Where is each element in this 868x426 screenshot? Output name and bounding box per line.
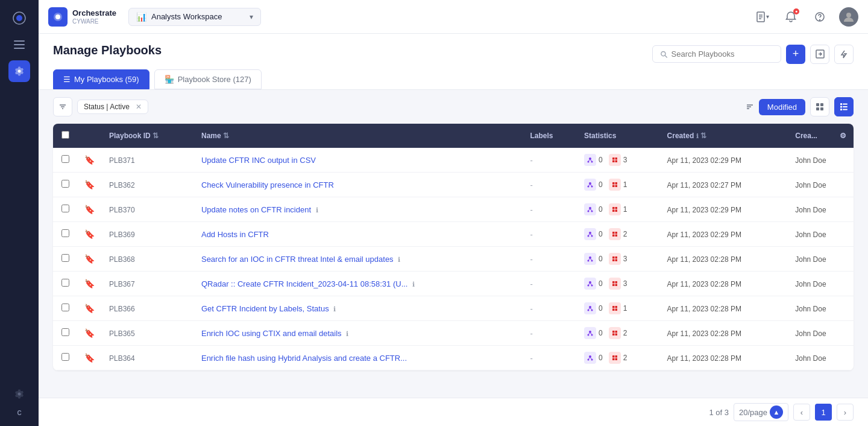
svg-point-89	[587, 310, 589, 311]
prev-page-button[interactable]: ‹	[793, 404, 810, 421]
row-name-cell: Enrich IOC using CTIX and email details …	[194, 321, 523, 346]
svg-point-88	[589, 306, 591, 308]
svg-point-97	[589, 331, 591, 333]
bookmark-icon[interactable]: 🔖	[84, 180, 95, 189]
bookmark-icon[interactable]: 🔖	[84, 155, 95, 165]
search-box[interactable]	[652, 45, 781, 63]
svg-rect-95	[612, 309, 615, 311]
grid-view-button[interactable]	[810, 97, 829, 116]
col-created[interactable]: Created ℹ ⇅	[660, 124, 788, 148]
svg-rect-105	[615, 334, 617, 336]
svg-rect-76	[615, 256, 617, 259]
info-icon[interactable]: ℹ	[316, 206, 318, 214]
row-checkbox[interactable]	[61, 353, 69, 361]
my-playbooks-tab-icon: ☰	[63, 75, 71, 84]
row-checkbox[interactable]	[61, 279, 69, 287]
per-page-selector[interactable]: 20/page ▲	[734, 403, 788, 421]
row-checkbox[interactable]	[61, 155, 69, 163]
row-name-cell: Check Vulnerability presence in CFTR	[194, 173, 523, 197]
creator-name: John Doe	[795, 354, 826, 363]
workspace-selector[interactable]: 📊 Analysts Workspace ▾	[128, 8, 261, 26]
row-name-cell: Add Hosts in CFTR	[194, 222, 523, 247]
status-filter-chip[interactable]: Status | Active ✕	[77, 100, 148, 114]
current-page-number[interactable]: 1	[815, 404, 832, 421]
playbook-link[interactable]: Check Vulnerability presence in CFTR	[201, 180, 334, 189]
playbook-id: PLB365	[109, 329, 135, 338]
info-icon[interactable]: ℹ	[346, 330, 348, 337]
playbook-link[interactable]: Search for an IOC in CFTR threat Intel &…	[201, 255, 394, 264]
info-icon[interactable]: ℹ	[398, 256, 400, 263]
sort-modified-button[interactable]: Modified	[759, 99, 805, 115]
pagination-bar: 1 of 3 20/page ▲ ‹ 1 ›	[39, 398, 868, 426]
stat-tasks: 2	[609, 228, 627, 240]
bookmark-icon[interactable]: 🔖	[84, 254, 95, 264]
bookmark-icon[interactable]: 🔖	[84, 229, 95, 239]
filter-chip-label: Status | Active	[84, 103, 130, 111]
logo-text-area: Orchestrate CYWARE	[72, 8, 116, 25]
sidebar-settings-icon[interactable]	[8, 60, 30, 82]
row-checkbox-cell	[53, 173, 77, 197]
labels-value: -	[530, 255, 533, 264]
col-name[interactable]: Name ⇅	[194, 124, 523, 148]
playbook-id: PLB369	[109, 230, 135, 239]
select-all-checkbox[interactable]	[61, 131, 69, 139]
playbook-link[interactable]: Update notes on CFTR incident	[201, 205, 311, 214]
sort-control[interactable]	[746, 103, 754, 111]
row-labels-cell: -	[523, 197, 577, 222]
bookmark-icon[interactable]: 🔖	[84, 353, 95, 363]
toolbar-right: Modified	[746, 97, 854, 116]
bookmark-icon[interactable]: 🔖	[84, 205, 95, 214]
row-statistics-cell: 0 3	[577, 247, 660, 272]
svg-rect-50	[612, 185, 615, 188]
playbooks-table-container: Playbook ID ⇅ Name ⇅ Labels Statistics C…	[39, 124, 868, 398]
playbook-link[interactable]: Get CFTR Incident by Labels, Status	[201, 304, 329, 313]
row-checkbox[interactable]	[61, 304, 69, 311]
user-avatar[interactable]	[839, 7, 858, 27]
tab-my-playbooks[interactable]: ☰ My Playbooks (59)	[53, 69, 149, 89]
svg-rect-26	[816, 107, 819, 110]
col-playbook-id[interactable]: Playbook ID ⇅	[102, 124, 194, 148]
svg-point-108	[591, 359, 593, 361]
lightning-button[interactable]	[834, 45, 854, 64]
help-icon[interactable]	[810, 7, 829, 27]
playbook-link[interactable]: Add Hosts in CFTR	[201, 230, 269, 239]
sidebar-gear-bottom-icon[interactable]	[8, 383, 30, 405]
row-checkbox[interactable]	[61, 180, 69, 188]
svg-point-79	[589, 281, 591, 284]
scroll-up-button[interactable]: ▲	[770, 405, 783, 419]
info-icon[interactable]: ℹ	[412, 281, 415, 288]
row-labels-cell: -	[523, 321, 577, 346]
filter-chip-close-icon[interactable]: ✕	[136, 103, 142, 111]
export-button[interactable]	[810, 45, 829, 64]
row-checkbox[interactable]	[61, 328, 69, 336]
svg-line-74	[590, 259, 592, 260]
row-checkbox[interactable]	[61, 229, 69, 237]
filter-button[interactable]	[53, 97, 72, 116]
add-playbook-button[interactable]: +	[786, 45, 805, 64]
playbook-link[interactable]: QRadar :: Create CFTR Incident_2023-04-1…	[201, 279, 408, 288]
playbook-link[interactable]: Enrich file hash using Hybrid Analysis a…	[201, 354, 407, 363]
playbook-link[interactable]: Enrich IOC using CTIX and email details	[201, 329, 342, 338]
bookmark-icon[interactable]: 🔖	[84, 279, 95, 288]
main-content: Orchestrate CYWARE 📊 Analysts Workspace …	[39, 0, 868, 426]
per-page-value: 20/page	[739, 408, 767, 417]
list-view-button[interactable]	[834, 97, 854, 116]
document-icon[interactable]: ▾	[752, 7, 772, 27]
notifications-icon[interactable]: ●	[781, 7, 800, 27]
tab-playbook-store[interactable]: 🏪 Playbook Store (127)	[154, 69, 262, 89]
sidebar-menu-icon[interactable]	[8, 34, 30, 56]
search-input[interactable]	[671, 49, 773, 59]
info-icon[interactable]: ℹ	[333, 305, 336, 313]
next-page-button[interactable]: ›	[837, 404, 854, 421]
svg-line-91	[588, 308, 590, 310]
row-checkbox[interactable]	[61, 254, 69, 262]
stat-purple-icon	[584, 203, 596, 215]
page-info: 1 of 3	[709, 408, 729, 417]
column-settings-icon[interactable]: ⚙	[840, 132, 846, 140]
row-checkbox[interactable]	[61, 205, 69, 212]
svg-rect-51	[615, 185, 617, 188]
bookmark-icon[interactable]: 🔖	[84, 328, 95, 338]
bookmark-icon[interactable]: 🔖	[84, 304, 95, 313]
playbook-link[interactable]: Update CFTR INC output in CSV	[201, 156, 316, 165]
stat-executions-count: 0	[599, 255, 603, 263]
